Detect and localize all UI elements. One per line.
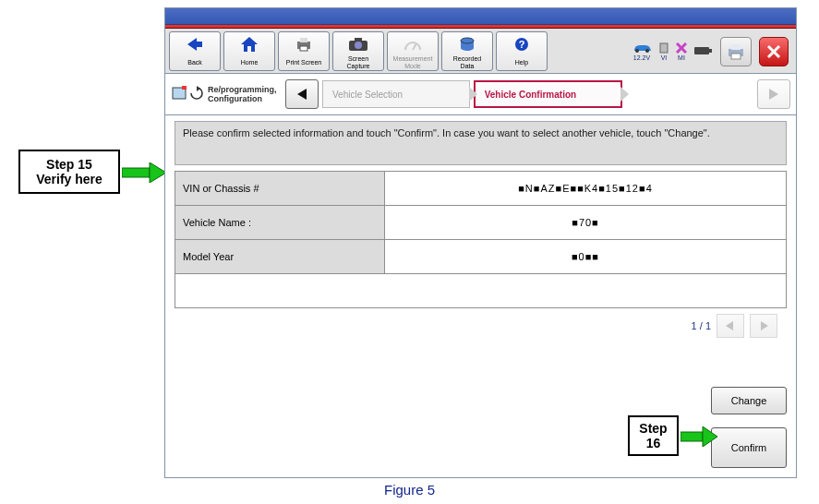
svg-marker-32 (726, 321, 733, 330)
svg-rect-20 (694, 47, 709, 54)
recorded-data-button[interactable]: Recorded Data (441, 31, 493, 71)
reprogram-icon (171, 86, 187, 102)
vi-indicator: VI (659, 42, 668, 61)
cell-model-year-val: ■0■■ (385, 240, 787, 274)
svg-rect-21 (709, 49, 712, 53)
crumb-vehicle-selection-label: Vehicle Selection (332, 90, 403, 100)
change-button-label: Change (731, 395, 767, 406)
svg-point-9 (355, 42, 362, 49)
home-icon (224, 35, 274, 54)
back-icon (170, 35, 220, 54)
camera-icon (333, 35, 383, 54)
vehicle-info-table: VIN or Chassis # ■N■AZ■E■■K4■15■12■4 Veh… (175, 171, 787, 308)
svg-rect-24 (731, 54, 741, 59)
breadcrumb-row: Re/programming, Configuration Vehicle Se… (165, 74, 796, 115)
help-button[interactable]: ? Help (496, 31, 548, 71)
mi-x-icon (676, 42, 687, 54)
svg-rect-28 (182, 86, 187, 90)
printer-status-button[interactable] (720, 37, 752, 66)
crumb-vehicle-selection[interactable]: Vehicle Selection (322, 80, 470, 108)
cell-model-year-key: Model Year (175, 240, 385, 274)
figure-label-text: Figure 5 (384, 482, 435, 498)
svg-rect-23 (731, 44, 741, 50)
svg-marker-2 (187, 38, 202, 51)
figure-label: Figure 5 (0, 482, 819, 498)
instruction-panel: Please confirm selected information and … (175, 121, 787, 165)
svg-rect-34 (680, 432, 703, 441)
table-row: Vehicle Name : ■70■ (175, 206, 787, 240)
callout-step16: Step 16 (628, 415, 679, 456)
cell-vehicle-name-val: ■70■ (385, 206, 787, 240)
cell-vin-val: ■N■AZ■E■■K4■15■12■4 (385, 172, 787, 206)
svg-marker-35 (703, 426, 717, 447)
crumb-vehicle-confirmation-label: Vehicle Confirmation (485, 90, 576, 100)
home-button-label: Home (241, 59, 259, 66)
confirm-button[interactable]: Confirm (711, 427, 787, 468)
mode-box: Re/programming, Configuration (171, 85, 282, 103)
close-icon (766, 44, 781, 59)
mode-label: Re/programming, Configuration (208, 85, 277, 103)
measurement-mode-button-label: Measurement Mode (393, 55, 433, 70)
confirm-button-label: Confirm (731, 442, 767, 453)
svg-marker-33 (761, 321, 768, 330)
content-area: Please confirm selected information and … (165, 115, 796, 343)
svg-rect-6 (300, 46, 307, 51)
pager-next-button (750, 314, 777, 338)
callout-step15: Step 15 Verify here (18, 150, 120, 194)
help-icon: ? (497, 35, 547, 54)
measurement-mode-button: Measurement Mode (387, 31, 439, 71)
svg-rect-17 (660, 43, 668, 53)
triangle-left-icon (726, 321, 735, 330)
print-icon (279, 35, 329, 54)
refresh-icon (189, 86, 204, 101)
table-row: VIN or Chassis # ■N■AZ■E■■K4■15■12■4 (175, 172, 787, 206)
arrow-step16 (680, 426, 717, 447)
battery-icon (694, 45, 713, 56)
svg-line-10 (413, 43, 416, 50)
back-button-label: Back (187, 59, 202, 66)
voltage-indicator-label: 12.2V (633, 54, 650, 61)
screen-capture-button-label: Screen Capture (347, 55, 370, 70)
home-button[interactable]: Home (223, 31, 275, 71)
pager: 1 / 1 (175, 308, 787, 338)
printer-icon (727, 43, 745, 60)
recorded-data-button-label: Recorded Data (453, 55, 481, 70)
svg-point-15 (635, 49, 639, 53)
screen-capture-button[interactable]: Screen Capture (332, 31, 384, 71)
change-button[interactable]: Change (711, 387, 787, 414)
pager-prev-button (717, 314, 744, 338)
nav-forward-button (757, 79, 790, 109)
pager-text: 1 / 1 (692, 320, 711, 331)
instruction-text: Please confirm selected information and … (183, 127, 710, 138)
svg-marker-3 (241, 37, 258, 52)
crumb-vehicle-confirmation[interactable]: Vehicle Confirmation (474, 80, 623, 108)
print-screen-button[interactable]: Print Screen (278, 31, 330, 71)
mi-indicator-label: MI (678, 54, 685, 61)
callout-step15-text: Step 15 Verify here (36, 157, 102, 186)
nav-back-button[interactable] (285, 79, 319, 109)
mi-indicator: MI (676, 42, 687, 61)
battery-indicator (694, 45, 713, 57)
callout-step16-text: Step 16 (639, 421, 667, 450)
svg-rect-0 (122, 168, 150, 177)
help-button-label: Help (515, 59, 528, 66)
main-toolbar: Back Home Print Screen Screen Capture Me… (165, 29, 796, 74)
triangle-left-icon (295, 88, 308, 101)
indicator-group: 12.2V VI MI (628, 31, 792, 71)
table-row: Model Year ■0■■ (175, 240, 787, 274)
cell-vehicle-name-key: Vehicle Name : (175, 206, 385, 240)
footer-actions: Change Confirm (711, 387, 787, 468)
vi-icon (659, 42, 668, 54)
close-button[interactable] (759, 37, 789, 66)
svg-text:?: ? (519, 39, 525, 50)
svg-point-16 (645, 49, 649, 53)
gauge-icon (388, 35, 438, 54)
table-row (175, 274, 787, 308)
svg-marker-31 (769, 89, 778, 100)
svg-marker-30 (297, 89, 307, 100)
title-bar (165, 8, 796, 25)
back-button[interactable]: Back (169, 31, 221, 71)
svg-rect-5 (300, 38, 307, 42)
print-screen-button-label: Print Screen (286, 59, 322, 66)
svg-marker-29 (197, 86, 200, 91)
